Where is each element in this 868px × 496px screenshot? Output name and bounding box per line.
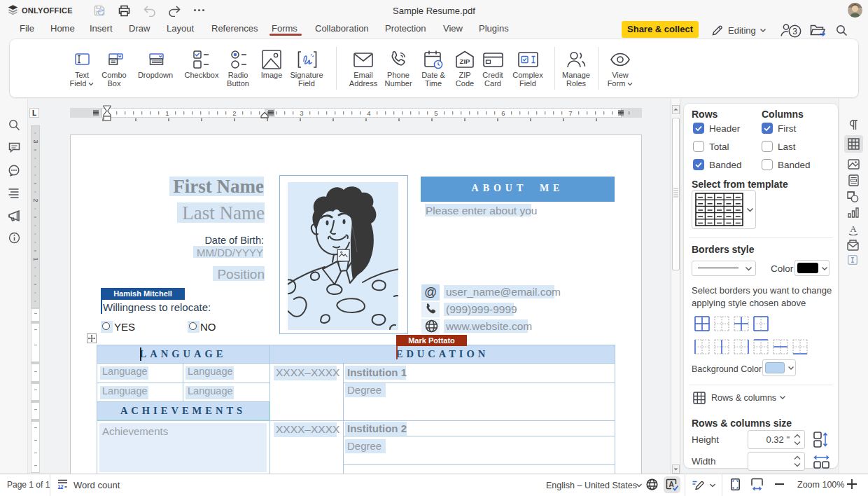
svg-text:ZIP: ZIP [460,57,470,65]
svg-text:3: 3 [300,109,303,117]
svg-text:6: 6 [501,109,505,117]
svg-text:1: 1 [165,109,169,117]
svg-text:2: 2 [232,109,236,117]
svg-text:2: 2 [32,198,39,202]
svg-text:1: 1 [32,257,39,261]
svg-text:3: 3 [32,139,39,143]
svg-text:3: 3 [792,27,797,36]
svg-text:7: 7 [568,109,572,117]
svg-text:4: 4 [367,109,370,117]
svg-text:A: A [668,481,673,488]
svg-text:12: 12 [57,483,63,490]
svg-text:5: 5 [434,109,438,117]
svg-text:A: A [850,223,857,234]
